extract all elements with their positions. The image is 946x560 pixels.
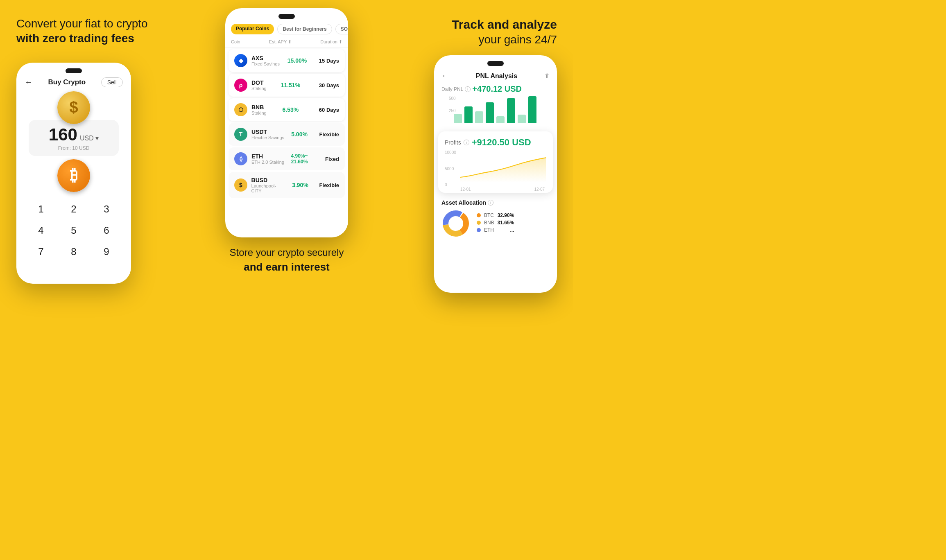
bnb-name: BNB	[251, 104, 267, 111]
key-2[interactable]: 2	[57, 199, 90, 220]
eth-dot	[477, 228, 481, 232]
key-3[interactable]: 3	[90, 199, 123, 220]
y-labels: 10000 5000 0	[445, 150, 456, 187]
key-8[interactable]: 8	[57, 241, 90, 262]
bar-chart: 500 250	[434, 96, 557, 129]
bar-3	[475, 111, 483, 123]
coin-row-bnb[interactable]: ⬡ BNB Staking 6.53% 60 Days	[229, 98, 345, 121]
busd-apy: 3.90%	[286, 182, 315, 188]
bar-2	[464, 106, 473, 123]
eth-duration: Fixed	[315, 156, 339, 162]
profits-label: Profits	[445, 139, 461, 146]
amount-value: 160	[49, 125, 77, 145]
bottom-line1: Store your crypto securely	[230, 247, 344, 258]
usdt-apy: 5.00%	[285, 131, 314, 138]
axs-name: AXS	[251, 55, 280, 61]
axs-icon: ◆	[234, 54, 247, 67]
col-apy[interactable]: Est. APY ⬆	[269, 39, 292, 45]
bnb-info: BNB Staking	[251, 104, 267, 115]
right-headline-line1: Track and analyze	[452, 16, 557, 32]
amount-row: 160 USD ▾	[41, 125, 106, 145]
left-phone-mockup: ← Buy Crypto Sell $ 160 USD ▾ From: 10 U…	[16, 63, 131, 284]
key-5[interactable]: 5	[57, 220, 90, 241]
right-phone-mockup: ← PNL Analysis ⇧ Daily PNL i +470.12 USD…	[434, 55, 557, 293]
eth-icon: ⟠	[234, 152, 247, 165]
bnb-pct: 31.65%	[498, 220, 514, 226]
bnb-duration: 60 Days	[315, 107, 339, 113]
left-headline: Convert your fiat to crypto with zero tr…	[16, 16, 148, 46]
alloc-legend: BTC 32.90% BNB 31.65% ETH ...	[477, 212, 514, 235]
eth-alloc-name: ETH	[484, 227, 507, 233]
btc-name: BTC	[484, 212, 494, 218]
btc-dot	[477, 213, 481, 217]
key-6[interactable]: 6	[90, 220, 123, 241]
tab-sol[interactable]: SOL	[335, 24, 348, 34]
profits-info-icon[interactable]: i	[464, 140, 469, 145]
sell-button[interactable]: Sell	[101, 77, 123, 87]
x-label-start: 12-01	[460, 187, 471, 192]
bar-8	[528, 96, 536, 123]
coin-row-eth[interactable]: ⟠ ETH ETH 2.0 Staking 4.90%~21.60% Fixed	[229, 147, 345, 170]
y-label-250: 250	[449, 108, 456, 113]
bnb-dot	[477, 221, 481, 225]
coin-display: $ 160 USD ▾ From: 10 USD ₿	[16, 91, 131, 192]
right-headline: Track and analyze your gains 24/7	[452, 16, 557, 47]
col-duration[interactable]: Duration ⬆	[320, 39, 342, 45]
daily-pnl-label: Daily PNL i +470.12 USD	[441, 84, 550, 94]
bnb-icon: ⬡	[234, 103, 247, 116]
daily-pnl-info-icon[interactable]: i	[465, 86, 471, 92]
profits-card: Profits i +9120.50 USD 10000 5000 0	[438, 131, 553, 193]
phone-header: ← Buy Crypto Sell	[16, 73, 131, 87]
axs-sub: Fixed Savings	[251, 61, 280, 66]
coin-row-dot[interactable]: ρ DOT Staking 11.51% 30 Days	[229, 74, 345, 97]
busd-duration: Flexible	[315, 182, 339, 188]
headline-line1: Convert your fiat to crypto	[16, 17, 148, 30]
dot-name: DOT	[251, 79, 267, 86]
key-7[interactable]: 7	[25, 241, 57, 262]
bnb-apy: 6.53%	[276, 106, 305, 113]
dot-left: ρ DOT Staking	[234, 79, 267, 92]
alloc-bnb: BNB 31.65%	[477, 220, 514, 226]
key-1[interactable]: 1	[25, 199, 57, 220]
coin-row-usdt[interactable]: T USDT Flexible Savings 5.00% Flexible	[229, 123, 345, 146]
daily-pnl-section: Daily PNL i +470.12 USD	[434, 80, 557, 96]
bars-container	[441, 96, 550, 123]
x-label-end: 12-07	[534, 187, 545, 192]
headline-line2: with zero trading fees	[16, 31, 148, 46]
y-10000: 10000	[445, 150, 456, 155]
daily-pnl-value: +470.12 USD	[472, 84, 522, 94]
asset-alloc-info-icon[interactable]: i	[488, 200, 493, 205]
alloc-eth: ETH ...	[477, 227, 514, 233]
col-coin: Coin	[231, 39, 240, 45]
coin-row-axs[interactable]: ◆ AXS Fixed Savings 15.00% 15 Days	[229, 49, 345, 72]
key-9[interactable]: 9	[90, 241, 123, 262]
left-section: Convert your fiat to crypto with zero tr…	[0, 0, 189, 344]
bnb-left: ⬡ BNB Staking	[234, 103, 267, 116]
axs-left: ◆ AXS Fixed Savings	[234, 54, 280, 67]
usdt-icon: T	[234, 128, 247, 141]
eth-left: ⟠ ETH ETH 2.0 Staking	[234, 152, 284, 165]
bar-1	[454, 114, 462, 123]
bar-6	[507, 98, 515, 123]
right-headline-line2: your gains 24/7	[452, 32, 557, 47]
bar-4	[486, 102, 494, 123]
busd-name: BUSD	[251, 177, 286, 183]
asset-allocation: Asset Allocation i	[434, 195, 557, 242]
usdt-sub: Flexible Savings	[251, 135, 284, 140]
amount-currency: USD ▾	[80, 134, 99, 142]
share-icon[interactable]: ⇧	[544, 72, 550, 80]
table-header: Coin Est. APY ⬆ Duration ⬆	[225, 38, 348, 47]
coin-row-busd[interactable]: $ BUSD Launchpool-CITY 3.90% Flexible	[229, 172, 345, 198]
back-arrow-icon[interactable]: ←	[25, 77, 33, 87]
key-4[interactable]: 4	[25, 220, 57, 241]
btc-coin-icon: ₿	[57, 159, 90, 192]
pnl-title: PNL Analysis	[476, 72, 517, 80]
phone-title: Buy Crypto	[48, 78, 86, 86]
tab-beginners[interactable]: Best for Beginners	[277, 24, 332, 34]
middle-section: Popular Coins Best for Beginners SOL MAT…	[189, 0, 384, 344]
tab-popular-coins[interactable]: Popular Coins	[231, 24, 274, 34]
pnl-back-arrow[interactable]: ←	[441, 72, 449, 80]
usdt-name: USDT	[251, 129, 284, 135]
bnb-alloc-name: BNB	[484, 220, 494, 226]
dot-apy: 11.51%	[276, 82, 305, 88]
